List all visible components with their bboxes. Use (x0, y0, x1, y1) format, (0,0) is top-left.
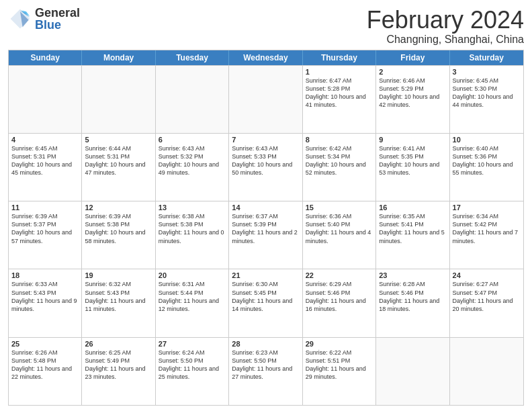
day-number: 23 (379, 271, 446, 279)
cell-content: Sunrise: 6:42 AMSunset: 5:34 PMDaylight:… (306, 144, 373, 177)
cell-content: Sunrise: 6:44 AMSunset: 5:31 PMDaylight:… (85, 144, 152, 177)
day-number: 11 (11, 203, 79, 212)
day-of-week-wednesday: Wednesday (229, 50, 302, 65)
day-cell-23: 23Sunrise: 6:28 AMSunset: 5:46 PMDayligh… (376, 269, 449, 336)
cell-content: Sunrise: 6:39 AMSunset: 5:38 PMDaylight:… (85, 212, 152, 245)
cell-content: Sunrise: 6:31 AMSunset: 5:44 PMDaylight:… (159, 280, 226, 313)
day-number: 15 (306, 203, 373, 212)
cell-content: Sunrise: 6:45 AMSunset: 5:31 PMDaylight:… (11, 144, 79, 177)
day-cell-15: 15Sunrise: 6:36 AMSunset: 5:40 PMDayligh… (303, 201, 376, 269)
cell-content: Sunrise: 6:28 AMSunset: 5:46 PMDaylight:… (379, 280, 446, 313)
day-cell-8: 8Sunrise: 6:42 AMSunset: 5:34 PMDaylight… (303, 134, 376, 201)
page: General Blue February 2024 Changning, Sh… (0, 0, 532, 411)
cell-content: Sunrise: 6:45 AMSunset: 5:30 PMDaylight:… (453, 77, 521, 109)
day-number: 17 (453, 203, 521, 212)
calendar-week-1: 1Sunrise: 6:47 AMSunset: 5:28 PMDaylight… (9, 65, 523, 133)
day-number: 13 (159, 203, 226, 212)
day-cell-4: 4Sunrise: 6:45 AMSunset: 5:31 PMDaylight… (9, 134, 82, 201)
cell-content: Sunrise: 6:30 AMSunset: 5:45 PMDaylight:… (232, 280, 299, 313)
calendar-week-2: 4Sunrise: 6:45 AMSunset: 5:31 PMDaylight… (9, 133, 523, 201)
calendar-body: 1Sunrise: 6:47 AMSunset: 5:28 PMDaylight… (9, 65, 523, 405)
cell-content: Sunrise: 6:37 AMSunset: 5:39 PMDaylight:… (232, 212, 299, 245)
day-number: 28 (232, 340, 299, 348)
day-number: 7 (232, 136, 299, 144)
title-area: February 2024 Changning, Shanghai, China (367, 7, 524, 46)
day-number: 10 (453, 136, 521, 144)
cell-content: Sunrise: 6:22 AMSunset: 5:51 PMDaylight:… (306, 349, 373, 381)
logo-general-text: General (35, 7, 80, 19)
day-number: 2 (379, 68, 446, 76)
day-cell-22: 22Sunrise: 6:29 AMSunset: 5:46 PMDayligh… (303, 269, 376, 336)
cell-content: Sunrise: 6:35 AMSunset: 5:41 PMDaylight:… (379, 212, 446, 245)
day-of-week-monday: Monday (82, 50, 155, 65)
day-cell-16: 16Sunrise: 6:35 AMSunset: 5:41 PMDayligh… (376, 201, 449, 269)
day-of-week-friday: Friday (376, 50, 449, 65)
cell-content: Sunrise: 6:33 AMSunset: 5:43 PMDaylight:… (11, 280, 79, 313)
cell-content: Sunrise: 6:43 AMSunset: 5:33 PMDaylight:… (232, 144, 299, 177)
day-cell-18: 18Sunrise: 6:33 AMSunset: 5:43 PMDayligh… (9, 269, 82, 336)
logo-text: General Blue (35, 7, 80, 31)
cell-content: Sunrise: 6:34 AMSunset: 5:42 PMDaylight:… (453, 212, 521, 245)
day-number: 3 (453, 68, 521, 76)
calendar-week-4: 18Sunrise: 6:33 AMSunset: 5:43 PMDayligh… (9, 269, 523, 336)
day-cell-28: 28Sunrise: 6:23 AMSunset: 5:50 PMDayligh… (229, 338, 302, 405)
day-number: 21 (232, 271, 299, 279)
day-number: 25 (11, 340, 79, 348)
day-cell-24: 24Sunrise: 6:27 AMSunset: 5:47 PMDayligh… (450, 269, 523, 336)
day-number: 29 (306, 340, 373, 348)
day-cell-5: 5Sunrise: 6:44 AMSunset: 5:31 PMDaylight… (82, 134, 155, 201)
day-cell-21: 21Sunrise: 6:30 AMSunset: 5:45 PMDayligh… (229, 269, 302, 336)
day-number: 9 (379, 136, 446, 144)
logo-icon (8, 7, 32, 31)
cell-content: Sunrise: 6:38 AMSunset: 5:38 PMDaylight:… (159, 212, 226, 245)
day-number: 18 (11, 271, 79, 279)
day-number: 5 (85, 136, 152, 144)
header: General Blue February 2024 Changning, Sh… (8, 7, 524, 46)
day-cell-11: 11Sunrise: 6:39 AMSunset: 5:37 PMDayligh… (9, 201, 82, 269)
day-cell-29: 29Sunrise: 6:22 AMSunset: 5:51 PMDayligh… (303, 338, 376, 405)
day-cell-1: 1Sunrise: 6:47 AMSunset: 5:28 PMDaylight… (303, 66, 376, 133)
day-of-week-sunday: Sunday (9, 50, 82, 65)
day-cell-6: 6Sunrise: 6:43 AMSunset: 5:32 PMDaylight… (156, 134, 229, 201)
day-number: 24 (453, 271, 521, 279)
day-number: 22 (306, 271, 373, 279)
day-of-week-saturday: Saturday (450, 50, 523, 65)
day-number: 14 (232, 203, 299, 212)
day-number: 12 (85, 203, 152, 212)
day-number: 8 (306, 136, 373, 144)
cell-content: Sunrise: 6:47 AMSunset: 5:28 PMDaylight:… (306, 77, 373, 109)
cell-content: Sunrise: 6:46 AMSunset: 5:29 PMDaylight:… (379, 77, 446, 109)
day-cell-3: 3Sunrise: 6:45 AMSunset: 5:30 PMDaylight… (450, 66, 523, 133)
cell-content: Sunrise: 6:41 AMSunset: 5:35 PMDaylight:… (379, 144, 446, 177)
calendar: SundayMondayTuesdayWednesdayThursdayFrid… (8, 50, 524, 406)
empty-cell (376, 338, 449, 405)
day-number: 27 (159, 340, 226, 348)
day-number: 1 (306, 68, 373, 76)
day-cell-7: 7Sunrise: 6:43 AMSunset: 5:33 PMDaylight… (229, 134, 302, 201)
empty-cell (229, 66, 302, 133)
day-cell-10: 10Sunrise: 6:40 AMSunset: 5:36 PMDayligh… (450, 134, 523, 201)
day-number: 26 (85, 340, 152, 348)
day-cell-25: 25Sunrise: 6:26 AMSunset: 5:48 PMDayligh… (9, 338, 82, 405)
cell-content: Sunrise: 6:27 AMSunset: 5:47 PMDaylight:… (453, 280, 521, 313)
cell-content: Sunrise: 6:26 AMSunset: 5:48 PMDaylight:… (11, 349, 79, 381)
day-number: 6 (159, 136, 226, 144)
logo: General Blue (8, 7, 80, 31)
location-text: Changning, Shanghai, China (367, 34, 524, 46)
cell-content: Sunrise: 6:24 AMSunset: 5:50 PMDaylight:… (159, 349, 226, 381)
cell-content: Sunrise: 6:40 AMSunset: 5:36 PMDaylight:… (453, 144, 521, 177)
day-number: 16 (379, 203, 446, 212)
cell-content: Sunrise: 6:36 AMSunset: 5:40 PMDaylight:… (306, 212, 373, 245)
day-cell-26: 26Sunrise: 6:25 AMSunset: 5:49 PMDayligh… (82, 338, 155, 405)
day-cell-19: 19Sunrise: 6:32 AMSunset: 5:43 PMDayligh… (82, 269, 155, 336)
day-of-week-tuesday: Tuesday (156, 50, 229, 65)
cell-content: Sunrise: 6:25 AMSunset: 5:49 PMDaylight:… (85, 349, 152, 381)
day-number: 20 (159, 271, 226, 279)
day-cell-13: 13Sunrise: 6:38 AMSunset: 5:38 PMDayligh… (156, 201, 229, 269)
calendar-header: SundayMondayTuesdayWednesdayThursdayFrid… (9, 50, 523, 65)
empty-cell (156, 66, 229, 133)
day-cell-12: 12Sunrise: 6:39 AMSunset: 5:38 PMDayligh… (82, 201, 155, 269)
cell-content: Sunrise: 6:32 AMSunset: 5:43 PMDaylight:… (85, 280, 152, 313)
day-cell-14: 14Sunrise: 6:37 AMSunset: 5:39 PMDayligh… (229, 201, 302, 269)
day-cell-20: 20Sunrise: 6:31 AMSunset: 5:44 PMDayligh… (156, 269, 229, 336)
